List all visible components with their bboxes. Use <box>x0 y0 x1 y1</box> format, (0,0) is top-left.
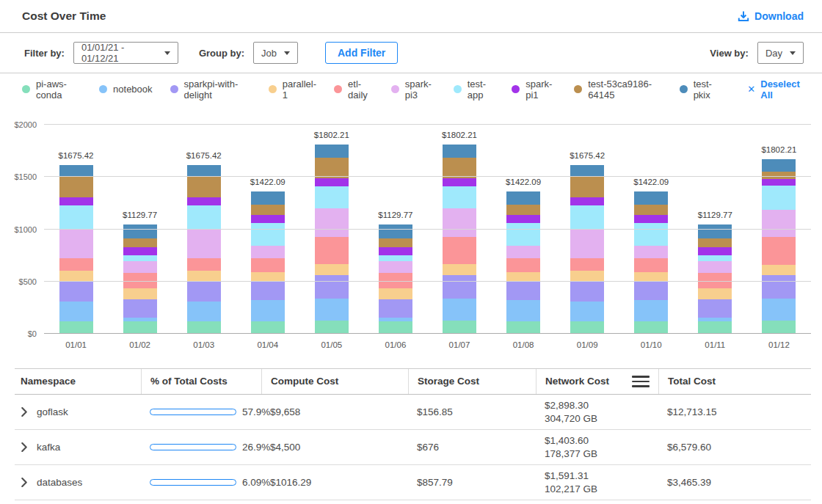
bar-segment-parallel-1[interactable] <box>123 288 157 299</box>
bar-segment-spark-pi1[interactable] <box>762 179 796 185</box>
bar-segment-pi-aws-conda[interactable] <box>187 321 221 334</box>
bar-segment-pi-aws-conda[interactable] <box>762 321 796 334</box>
date-range-dropdown[interactable]: 01/01/21 - 01/12/21 <box>73 42 178 64</box>
bar-segment-spark-pi1[interactable] <box>59 197 93 205</box>
legend-item-spark-pi1[interactable]: spark-pi1 <box>512 78 556 101</box>
bar-segment-notebook[interactable] <box>762 299 796 321</box>
group-by-dropdown[interactable]: Job <box>253 42 298 64</box>
bar-segment-parallel-1[interactable] <box>762 265 796 274</box>
bar-segment-test-pkix[interactable] <box>187 165 221 177</box>
bar-segment-spark-pi1[interactable] <box>698 247 732 255</box>
bar-segment-etl-daily[interactable] <box>443 237 476 264</box>
legend-item-test-53ca9186-64145[interactable]: test-53ca9186-64145 <box>574 78 661 101</box>
bar-segment-pi-aws-conda[interactable] <box>123 321 157 334</box>
bar-segment-spark-pi3[interactable] <box>315 208 349 236</box>
namespace-cell[interactable]: goflask <box>15 395 141 429</box>
bar-segment-notebook[interactable] <box>187 302 221 321</box>
bar-segment-test-app[interactable] <box>443 186 476 208</box>
bar-segment-test-53ca9186-64145[interactable] <box>187 177 221 197</box>
column-header-network-cost[interactable]: Network Cost <box>536 369 658 394</box>
bar-segment-spark-pi3[interactable] <box>251 246 285 258</box>
bar-segment-spark-pi1[interactable] <box>379 247 412 255</box>
bar-segment-notebook[interactable] <box>570 302 604 321</box>
bar-segment-test-app[interactable] <box>506 223 540 246</box>
stacked-bar-01/11[interactable] <box>698 224 732 334</box>
bar-segment-test-pkix[interactable] <box>762 159 796 172</box>
bar-segment-etl-daily[interactable] <box>187 258 221 271</box>
bar-segment-test-app[interactable] <box>315 186 349 208</box>
bar-segment-pi-aws-conda[interactable] <box>634 321 668 334</box>
stacked-bar-01/02[interactable] <box>123 224 157 334</box>
bar-segment-parallel-1[interactable] <box>379 288 412 299</box>
stacked-bar-01/05[interactable] <box>315 145 349 334</box>
stacked-bar-01/09[interactable] <box>570 165 604 334</box>
bar-segment-test-53ca9186-64145[interactable] <box>634 205 668 214</box>
bar-segment-test-53ca9186-64145[interactable] <box>251 205 285 214</box>
view-by-dropdown[interactable]: Day <box>757 42 804 64</box>
bar-segment-test-53ca9186-64145[interactable] <box>506 205 540 214</box>
column-header-namespace[interactable]: Namespace <box>15 369 141 394</box>
bar-segment-test-pkix[interactable] <box>506 191 540 205</box>
bar-segment-sparkpi-with-delight[interactable] <box>379 299 412 318</box>
bar-segment-etl-daily[interactable] <box>634 258 668 271</box>
legend-item-sparkpi-with-delight[interactable]: sparkpi-with-delight <box>170 78 251 101</box>
bar-segment-test-app[interactable] <box>762 186 796 210</box>
bar-segment-pi-aws-conda[interactable] <box>443 321 476 334</box>
chevron-right-icon[interactable] <box>21 478 28 487</box>
bar-segment-pi-aws-conda[interactable] <box>698 321 732 334</box>
bar-segment-etl-daily[interactable] <box>59 258 93 271</box>
bar-segment-pi-aws-conda[interactable] <box>379 321 412 334</box>
legend-item-notebook[interactable]: notebook <box>99 84 153 95</box>
bar-segment-notebook[interactable] <box>443 299 476 320</box>
bar-segment-test-pkix[interactable] <box>123 224 157 238</box>
bar-segment-test-pkix[interactable] <box>570 165 604 177</box>
bar-segment-test-app[interactable] <box>59 205 93 229</box>
bar-segment-spark-pi1[interactable] <box>315 178 349 186</box>
bar-segment-spark-pi1[interactable] <box>187 197 221 205</box>
stacked-bar-01/04[interactable] <box>251 191 285 334</box>
namespace-cell[interactable]: kafka <box>15 430 141 464</box>
bar-segment-notebook[interactable] <box>634 300 668 321</box>
bar-segment-pi-aws-conda[interactable] <box>251 321 285 334</box>
bar-segment-test-app[interactable] <box>379 255 412 260</box>
bar-segment-spark-pi1[interactable] <box>443 178 476 186</box>
bar-segment-sparkpi-with-delight[interactable] <box>251 282 285 300</box>
bar-segment-notebook[interactable] <box>251 300 285 321</box>
chevron-right-icon[interactable] <box>21 407 28 417</box>
bar-segment-sparkpi-with-delight[interactable] <box>570 282 604 302</box>
bar-segment-test-53ca9186-64145[interactable] <box>443 158 476 178</box>
bar-segment-spark-pi3[interactable] <box>379 261 412 273</box>
column-header-storage-cost[interactable]: Storage Cost <box>408 369 536 394</box>
bar-segment-pi-aws-conda[interactable] <box>315 321 349 334</box>
bar-segment-spark-pi3[interactable] <box>187 229 221 258</box>
stacked-bar-01/10[interactable] <box>634 191 668 334</box>
column-header-compute-cost[interactable]: Compute Cost <box>261 369 408 394</box>
bar-segment-test-53ca9186-64145[interactable] <box>698 238 732 247</box>
bar-segment-test-app[interactable] <box>187 205 221 229</box>
bar-segment-etl-daily[interactable] <box>762 237 796 265</box>
bar-segment-spark-pi1[interactable] <box>123 247 157 255</box>
stacked-bar-01/08[interactable] <box>506 191 540 334</box>
download-button[interactable]: Download <box>738 10 804 22</box>
bar-segment-notebook[interactable] <box>506 300 540 321</box>
bar-segment-sparkpi-with-delight[interactable] <box>506 282 540 300</box>
menu-icon[interactable] <box>632 376 650 387</box>
bar-segment-spark-pi3[interactable] <box>59 229 93 258</box>
bar-segment-test-pkix[interactable] <box>251 191 285 205</box>
bar-segment-spark-pi3[interactable] <box>762 210 796 237</box>
column-header-total-cost[interactable]: Total Cost <box>658 369 811 394</box>
bar-segment-test-pkix[interactable] <box>443 145 476 158</box>
bar-segment-spark-pi1[interactable] <box>634 215 668 223</box>
bar-segment-sparkpi-with-delight[interactable] <box>315 275 349 299</box>
bar-segment-test-app[interactable] <box>251 223 285 246</box>
bar-segment-sparkpi-with-delight[interactable] <box>443 275 476 299</box>
bar-segment-etl-daily[interactable] <box>315 237 349 264</box>
bar-segment-test-app[interactable] <box>698 255 732 260</box>
bar-segment-sparkpi-with-delight[interactable] <box>698 299 732 318</box>
deselect-all-button[interactable]: ✕Deselect All <box>747 78 804 101</box>
bar-segment-spark-pi3[interactable] <box>570 229 604 258</box>
bar-segment-parallel-1[interactable] <box>698 288 732 299</box>
bar-segment-spark-pi3[interactable] <box>443 208 476 236</box>
namespace-cell[interactable]: databases <box>15 465 141 500</box>
bar-segment-spark-pi3[interactable] <box>506 246 540 258</box>
